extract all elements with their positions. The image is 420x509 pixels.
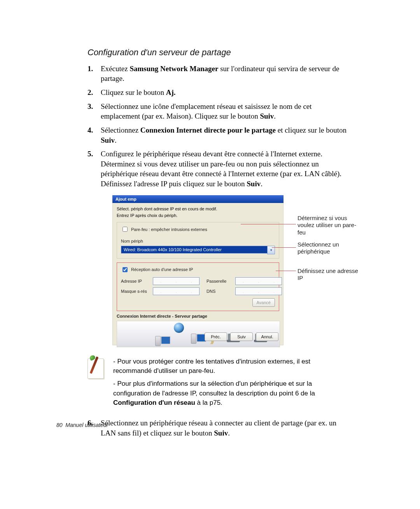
callout-device: Sélectionnez un périphérique: [298, 241, 364, 256]
dialog-footer-buttons: Préc. Suiv Annul.: [205, 332, 278, 341]
firewall-group: Pare-feu : empêcher intrusions externes …: [117, 222, 279, 259]
advanced-button[interactable]: Avancé: [252, 298, 275, 307]
auto-ip-label: Réception auto d'une adresse IP: [131, 267, 193, 273]
steps-list: 1. Exécutez Samsung Network Manager sur …: [88, 64, 348, 189]
step-1-body: Exécutez Samsung Network Manager sur l'o…: [101, 64, 348, 84]
note-p2-pre: - Pour plus d'informations sur la sélect…: [113, 380, 315, 397]
step-1-number: 1.: [88, 64, 101, 84]
footer-label: Manuel utilisateur: [65, 422, 108, 428]
step-1-bold: Samsung Network Manager: [130, 65, 218, 73]
note-body: - Pour vous protéger contre les tentativ…: [113, 357, 348, 411]
subnet-mask-label: Masque s-rés: [121, 289, 149, 294]
step-3-bold: Suiv: [260, 112, 274, 120]
step-3: 3. Sélectionnez une icône d'emplacement …: [88, 101, 348, 121]
page-footer: 80 Manuel utilisateur: [56, 422, 108, 429]
device-select-value[interactable]: Wired: Broadcom 440x 10/100 Integrated C…: [121, 246, 267, 254]
step-4-body: Sélectionnez Connexion Internet directe …: [101, 125, 348, 145]
ip-address-field[interactable]: ...: [153, 277, 200, 285]
step-3-post: .: [274, 112, 276, 120]
step-5: 5. Configurez le périphérique réseau dev…: [88, 149, 348, 189]
dns-label: DNS: [206, 289, 231, 294]
note-p2-bold: Configuration d'un réseau: [113, 399, 195, 406]
prev-button[interactable]: Préc.: [205, 332, 227, 341]
step-6: 6. Sélectionnez un périphérique réseau à…: [88, 418, 348, 438]
dialog-title: Ajout emp: [112, 195, 284, 203]
globe-icon: [174, 323, 184, 333]
step-4-post: et cliquez sur le bouton: [276, 126, 346, 134]
ip-group: Réception auto d'une adresse IP Adresse …: [117, 262, 279, 311]
device-name-label: Nom périph: [121, 238, 275, 244]
gateway-field[interactable]: ...: [235, 277, 282, 285]
step-6-bold: Suiv: [214, 429, 228, 437]
server-pc-icon: [191, 331, 206, 344]
note-icon: [88, 357, 106, 379]
step-6-body: Sélectionnez un périphérique réseau à co…: [101, 418, 348, 438]
step-4-post2: .: [115, 136, 117, 144]
step-1-pre: Exécutez: [101, 65, 130, 73]
section-title: Configuration d'un serveur de partage: [88, 47, 348, 58]
step-2: 2. Cliquez sur le bouton Aj.: [88, 87, 348, 98]
note-p2-post: à la p75.: [195, 399, 222, 406]
diagram-group: Connexion Internet directe - Serveur par…: [117, 313, 279, 347]
step-1: 1. Exécutez Samsung Network Manager sur …: [88, 64, 348, 84]
step-2-pre: Cliquez sur le bouton: [101, 88, 166, 96]
callout-line-device: [272, 247, 296, 248]
chevron-down-icon: ▾: [270, 248, 272, 252]
step-3-text: Sélectionnez une icône d'emplacement rés…: [101, 102, 312, 121]
step-2-body: Cliquez sur le bouton Aj.: [101, 87, 348, 98]
diagram-title: Connexion Internet directe - Serveur par…: [117, 313, 279, 319]
next-button[interactable]: Suiv: [230, 332, 253, 341]
step-5-post: .: [261, 180, 262, 188]
step-4: 4. Sélectionnez Connexion Internet direc…: [88, 125, 348, 145]
page-number: 80: [56, 422, 63, 428]
step-5-number: 5.: [88, 149, 101, 189]
step-6-post: .: [228, 429, 230, 437]
dialog-figure: Ajout emp Sélect. périph dont adresse IP…: [101, 195, 348, 350]
step-4-pre: Sélectionnez: [101, 126, 140, 134]
cancel-button[interactable]: Annul.: [256, 332, 278, 341]
callout-line-ip: [276, 271, 296, 271]
callout-ip: Définissez une adresse IP: [298, 268, 364, 282]
callout-firewall: Déterminez si vous voulez utiliser un pa…: [298, 215, 364, 236]
subnet-mask-field[interactable]: ...: [153, 287, 200, 295]
client-pc-icon: [155, 333, 170, 346]
note-p1: - Pour vous protéger contre les tentativ…: [113, 357, 348, 376]
steps-list-cont: 6. Sélectionnez un périphérique réseau à…: [88, 418, 348, 438]
step-4-bold: Connexion Internet directe pour le parta…: [140, 126, 276, 134]
firewall-checkbox[interactable]: [122, 227, 128, 232]
dns-field[interactable]: ...: [235, 287, 282, 295]
ip-address-label: Adresse IP: [121, 278, 149, 284]
step-5-bold: Suiv: [247, 180, 261, 188]
dialog-panel: Ajout emp Sélect. périph dont adresse IP…: [112, 195, 284, 346]
note-block: - Pour vous protéger contre les tentativ…: [88, 357, 348, 411]
callout-line-firewall: [241, 224, 296, 224]
step-4-bold2: Suiv: [101, 136, 115, 144]
step-4-number: 4.: [88, 125, 101, 145]
step-2-number: 2.: [88, 87, 101, 98]
step-2-bold: Aj.: [166, 88, 176, 96]
step-3-body: Sélectionnez une icône d'emplacement rés…: [101, 101, 348, 121]
step-5-text: Configurez le périphérique réseau devant…: [101, 150, 341, 188]
step-3-number: 3.: [88, 101, 101, 121]
dialog-instruction-1: Sélect. périph dont adresse IP est en co…: [117, 206, 279, 212]
dialog-instruction-2: Entrez IP après choix du périph.: [117, 213, 279, 219]
firewall-label: Pare-feu : empêcher intrusions externes: [131, 227, 207, 233]
note-p2: - Pour plus d'informations sur la sélect…: [113, 379, 348, 408]
step-5-body: Configurez le périphérique réseau devant…: [101, 149, 348, 189]
auto-ip-checkbox[interactable]: [122, 267, 128, 272]
gateway-label: Passerelle: [206, 278, 231, 284]
